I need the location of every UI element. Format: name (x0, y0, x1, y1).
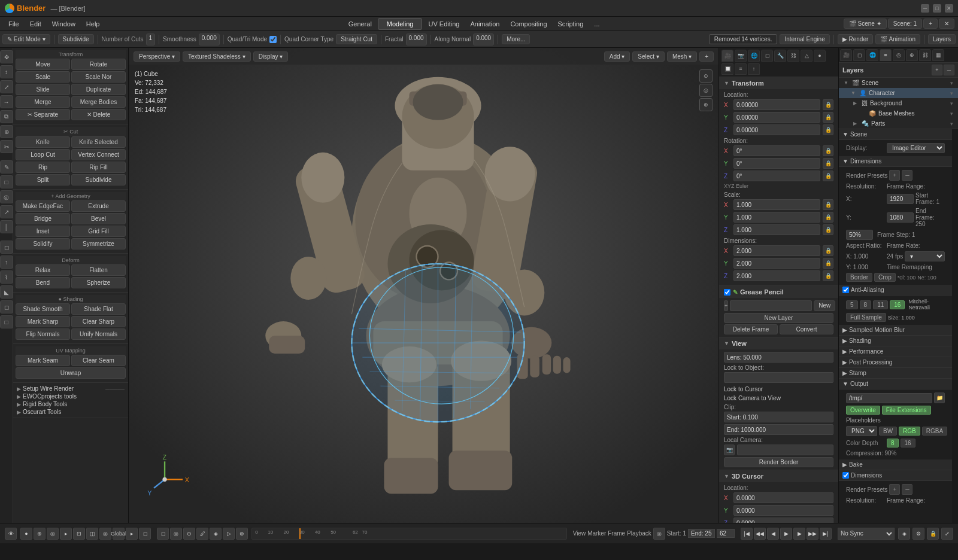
timeline-marker-mode[interactable]: ● (20, 528, 32, 540)
cursor-y-input[interactable] (733, 505, 833, 516)
next-keyframe-btn[interactable]: ▶ (793, 528, 805, 540)
move-btn[interactable]: Move (16, 59, 70, 70)
shading-mode-btn[interactable]: Textured Shadeless ▾ (183, 51, 251, 62)
rotate-btn[interactable]: Rotate (71, 59, 126, 70)
rp-tab-modifier[interactable]: 🔧 (774, 50, 786, 62)
close-btn[interactable]: ✕ (945, 4, 953, 13)
rp-tab-render[interactable]: 📷 (735, 50, 747, 62)
slide-btn[interactable]: Slide (16, 84, 70, 95)
transform-header[interactable]: ▼ Transform (719, 77, 838, 89)
solidify-btn[interactable]: Solidify (16, 238, 70, 249)
clear-sharp-btn[interactable]: Clear Sharp (71, 316, 126, 327)
grid-fill-btn[interactable]: Grid Fill (71, 226, 126, 237)
timeline-icon-1[interactable]: ⊕ (34, 528, 46, 540)
timeline-view-btn[interactable]: 👁 (5, 528, 17, 540)
straight-cut-btn[interactable]: Straight Cut (336, 34, 377, 44)
aa-8-btn[interactable]: 8 (860, 300, 872, 309)
vertex-connect-btn[interactable]: Vertex Connect (71, 149, 126, 160)
render-engine-btn[interactable]: Internal Engine (780, 34, 829, 44)
cursor-z-input[interactable] (733, 518, 833, 523)
menu-help[interactable]: Help (81, 19, 105, 29)
menu-uv-editing[interactable]: UV Editing (423, 19, 464, 29)
cd-16-btn[interactable]: 16 (901, 439, 915, 448)
lock-cam-btn[interactable]: Lock Camera to View (724, 394, 833, 403)
aa-enabled[interactable] (842, 287, 849, 293)
delete-btn[interactable]: ✕ Delete (71, 109, 126, 120)
menu-window[interactable]: Window (47, 19, 80, 29)
sync-select[interactable]: No Sync Frame Dropping (838, 528, 895, 540)
timeline-icon-6[interactable]: ◎ (99, 528, 111, 540)
loc-x-input[interactable] (733, 99, 820, 110)
fractal-input[interactable]: 0.000 (406, 34, 427, 45)
rp-tab-object[interactable]: ◻ (761, 50, 773, 62)
dimensions-header[interactable]: ▼ Dimensions (839, 156, 952, 167)
viewport[interactable]: X Z Y Perspective ▾ Textured Shadeless ▾… (129, 48, 718, 523)
res-y-input[interactable] (887, 212, 914, 223)
rot-z-input[interactable] (733, 171, 820, 181)
current-frame-input[interactable] (717, 529, 735, 538)
menu-more[interactable]: ... (589, 19, 604, 29)
layers-icon-6[interactable]: ⊕ (906, 49, 918, 61)
quadtri-checkbox[interactable] (269, 36, 277, 43)
left-icon-15[interactable]: ⌇ (0, 270, 13, 284)
stamp-header[interactable]: ▶ Stamp (839, 368, 952, 379)
scale-y-lock[interactable]: 🔒 (823, 212, 833, 223)
left-icon-17[interactable]: ◻ (0, 300, 13, 314)
layer-character[interactable]: ▼ 👤 Character ▾ (839, 88, 958, 98)
scale-z-lock[interactable]: 🔒 (823, 224, 833, 235)
layers-icon-1[interactable]: 🎥 (840, 49, 852, 61)
add-scene-btn[interactable]: + (923, 19, 938, 29)
lock-obj-input[interactable] (724, 372, 833, 383)
rip-fill-btn[interactable]: Rip Fill (71, 162, 126, 173)
rp-tab-right-col[interactable]: ≡ (735, 63, 747, 75)
scale-btn[interactable]: Scale (16, 71, 70, 83)
keying-btn[interactable]: ◈ (898, 528, 910, 540)
scale-x-input[interactable] (733, 199, 820, 210)
layers-icon-5[interactable]: ◎ (893, 49, 905, 61)
make-edgefac-btn[interactable]: Make EdgeFac (16, 200, 70, 212)
full-sample-toggle[interactable]: Full Sample (846, 313, 886, 322)
inset-btn[interactable]: Inset (16, 226, 70, 237)
layers-remove-btn[interactable]: ─ (944, 65, 954, 75)
output-browse-btn[interactable]: 📁 (934, 392, 945, 403)
mark-sharp-btn[interactable]: Mark Sharp (16, 316, 70, 327)
left-icon-9[interactable]: □ (0, 175, 13, 188)
merge-bodies-btn[interactable]: Merge Bodies (71, 96, 126, 108)
merge-btn[interactable]: Merge (16, 96, 70, 108)
split-btn[interactable]: Split (16, 174, 70, 185)
flip-normals-btn[interactable]: Flip Normals (16, 328, 70, 340)
layers-icon-2[interactable]: ◻ (853, 49, 865, 61)
layer-base-meshes[interactable]: 📦 Base Meshes ▾ (839, 108, 958, 118)
minimize-btn[interactable]: ─ (921, 4, 929, 13)
gp-data-input[interactable] (730, 300, 812, 311)
rot-z-lock[interactable]: 🔒 (823, 171, 833, 181)
layers-icon-8[interactable]: ▦ (932, 49, 944, 61)
new-layer-btn[interactable]: New Layer (724, 313, 833, 323)
grease-pencil-enabled[interactable] (724, 289, 730, 296)
mesh-btn[interactable]: Mesh ▾ (667, 51, 697, 62)
separate-btn[interactable]: ✂ Separate (16, 109, 70, 120)
prev-frame-btn[interactable]: ◀◀ (754, 528, 766, 540)
mark-seam-btn[interactable]: Mark Seam (16, 355, 70, 366)
timeline-icon-9[interactable]: ◎ (170, 528, 182, 540)
timeline-zoom-btn[interactable]: ⤢ (941, 528, 953, 540)
timeline-icon-10[interactable]: ⊙ (183, 528, 195, 540)
shade-smooth-btn[interactable]: Shade Smooth (16, 303, 70, 315)
rot-x-lock[interactable]: 🔒 (823, 145, 833, 156)
vp-ctrl-3[interactable]: ⊕ (699, 98, 713, 111)
more-btn[interactable]: More... (502, 34, 530, 44)
view-perspective-btn[interactable]: Perspective ▾ (134, 51, 180, 62)
convert-btn[interactable]: Convert (780, 324, 833, 334)
left-icon-18[interactable]: □ (0, 315, 13, 328)
bridge-btn[interactable]: Bridge (16, 213, 70, 224)
scale-x-lock[interactable]: 🔒 (823, 199, 833, 210)
dim-x-input[interactable] (733, 245, 820, 256)
rot-y-input[interactable] (733, 158, 820, 169)
left-icon-7[interactable]: ✂ (0, 140, 13, 153)
mode-selector[interactable]: ✎ Edit Mode ▾ (2, 34, 50, 44)
left-icon-11[interactable]: ↗ (0, 205, 13, 218)
knife-selected-btn[interactable]: Knife Selected (71, 136, 126, 148)
smoothness-input[interactable]: 0.000 (199, 34, 220, 45)
left-icon-12[interactable]: │ (0, 220, 13, 233)
left-icon-3[interactable]: ⤢ (0, 80, 13, 93)
